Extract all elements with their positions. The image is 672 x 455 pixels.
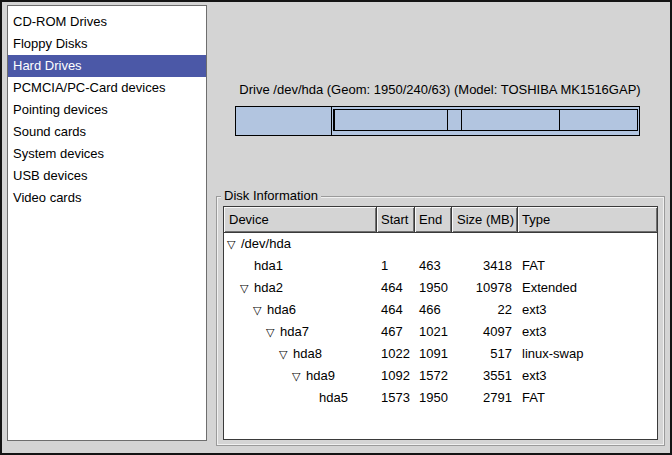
column-header-end[interactable]: End <box>415 207 452 232</box>
expander-open-icon[interactable]: ▽ <box>253 299 267 321</box>
table-body: ▽/dev/hdahda114633418FAT▽hda246419501097… <box>224 233 657 409</box>
device-name: hda7 <box>280 324 309 339</box>
size-value: 4097 <box>452 321 518 343</box>
end-value: 1572 <box>415 365 452 387</box>
expander-open-icon[interactable]: ▽ <box>292 365 306 387</box>
disk-information-table: Device Start End Size (MB) Type ▽/dev/hd… <box>223 206 658 440</box>
table-row-hda5[interactable]: hda5157319502791FAT <box>224 387 657 409</box>
type-value <box>518 233 657 255</box>
partition-segment-hda5 <box>560 110 637 130</box>
sidebar-item-sound-cards[interactable]: Sound cards <box>8 121 206 143</box>
drive-title: Drive /dev/hda (Geom: 1950/240/63) (Mode… <box>237 82 643 97</box>
start-value: 1022 <box>377 343 415 365</box>
partition-bar <box>235 106 640 136</box>
sidebar-item-usb-devices[interactable]: USB devices <box>8 165 206 187</box>
sidebar-item-floppy-disks[interactable]: Floppy Disks <box>8 33 206 55</box>
size-value: 22 <box>452 299 518 321</box>
device-name: hda5 <box>319 390 348 405</box>
end-value: 1091 <box>415 343 452 365</box>
table-row-hda6[interactable]: ▽hda646446622ext3 <box>224 299 657 321</box>
type-value: Extended <box>518 277 657 299</box>
disk-information-label: Disk Information <box>221 188 321 204</box>
device-name: hda9 <box>306 368 335 383</box>
table-header-row: Device Start End Size (MB) Type <box>224 207 657 233</box>
device-name: /dev/hda <box>241 236 291 251</box>
sidebar-item-pcmcia-pc-card-devices[interactable]: PCMCIA/PC-Card devices <box>8 77 206 99</box>
table-row-hda7[interactable]: ▽hda746710214097ext3 <box>224 321 657 343</box>
size-value: 3551 <box>452 365 518 387</box>
size-value <box>452 233 518 255</box>
expander-open-icon[interactable]: ▽ <box>266 321 280 343</box>
hardware-browser-window: CD-ROM DrivesFloppy DisksHard DrivesPCMC… <box>0 0 672 455</box>
start-value: 1573 <box>377 387 415 409</box>
start-value: 1092 <box>377 365 415 387</box>
sidebar-item-pointing-devices[interactable]: Pointing devices <box>8 99 206 121</box>
size-value: 2791 <box>452 387 518 409</box>
type-value: linux-swap <box>518 343 657 365</box>
table-row-hda2[interactable]: ▽hda2464195010978Extended <box>224 277 657 299</box>
sidebar-item-cd-rom-drives[interactable]: CD-ROM Drives <box>8 11 206 33</box>
device-category-list[interactable]: CD-ROM DrivesFloppy DisksHard DrivesPCMC… <box>7 5 207 441</box>
device-name: hda2 <box>254 280 283 295</box>
type-value: FAT <box>518 255 657 277</box>
device-name: hda6 <box>267 302 296 317</box>
start-value: 464 <box>377 277 415 299</box>
partition-segment-hda7 <box>335 110 448 130</box>
table-row-dev-hda[interactable]: ▽/dev/hda <box>224 233 657 255</box>
sidebar-item-video-cards[interactable]: Video cards <box>8 187 206 209</box>
table-row-hda8[interactable]: ▽hda810221091517linux-swap <box>224 343 657 365</box>
table-row-hda1[interactable]: hda114633418FAT <box>224 255 657 277</box>
end-value: 466 <box>415 299 452 321</box>
type-value: ext3 <box>518 365 657 387</box>
extended-partition-area <box>333 109 638 131</box>
column-header-size[interactable]: Size (MB) <box>452 207 518 232</box>
sidebar-item-system-devices[interactable]: System devices <box>8 143 206 165</box>
column-header-start[interactable]: Start <box>377 207 415 232</box>
partition-segment-hda1 <box>236 107 332 135</box>
partition-segment-hda8 <box>448 110 462 130</box>
end-value <box>415 233 452 255</box>
partition-segment-hda9 <box>462 110 560 130</box>
start-value: 464 <box>377 299 415 321</box>
type-value: ext3 <box>518 299 657 321</box>
start-value <box>377 233 415 255</box>
size-value: 3418 <box>452 255 518 277</box>
expander-open-icon[interactable]: ▽ <box>279 343 293 365</box>
column-header-type[interactable]: Type <box>518 207 657 232</box>
sidebar-item-hard-drives[interactable]: Hard Drives <box>8 55 206 77</box>
size-value: 517 <box>452 343 518 365</box>
type-value: FAT <box>518 387 657 409</box>
expander-open-icon[interactable]: ▽ <box>240 277 254 299</box>
device-name: hda1 <box>254 258 283 273</box>
expander-open-icon[interactable]: ▽ <box>227 233 241 255</box>
type-value: ext3 <box>518 321 657 343</box>
end-value: 1950 <box>415 277 452 299</box>
table-row-hda9[interactable]: ▽hda9109215723551ext3 <box>224 365 657 387</box>
start-value: 467 <box>377 321 415 343</box>
start-value: 1 <box>377 255 415 277</box>
device-name: hda8 <box>293 346 322 361</box>
size-value: 10978 <box>452 277 518 299</box>
column-header-device[interactable]: Device <box>224 207 377 232</box>
end-value: 463 <box>415 255 452 277</box>
disk-information-groupbox: Disk Information Device Start End Size (… <box>216 196 665 446</box>
end-value: 1950 <box>415 387 452 409</box>
end-value: 1021 <box>415 321 452 343</box>
partition-segment-hda2 <box>332 107 639 135</box>
